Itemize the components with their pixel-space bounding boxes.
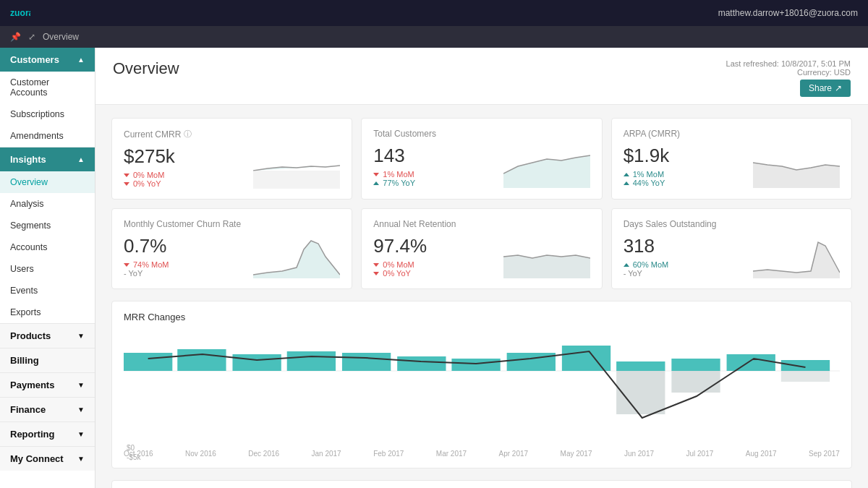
card-title-retention: Annual Net Retention bbox=[373, 219, 590, 229]
svg-rect-16 bbox=[507, 353, 556, 371]
sidebar-finance-header[interactable]: Finance ▼ bbox=[0, 398, 95, 421]
svg-marker-3 bbox=[503, 155, 590, 188]
card-value-churn: 0.7% bbox=[124, 235, 169, 257]
breadcrumb: Overview bbox=[43, 32, 79, 42]
card-title-churn: Monthly Customer Churn Rate bbox=[124, 219, 340, 229]
sidebar-item-exports[interactable]: Exports bbox=[0, 301, 95, 323]
card-left-churn: 0.7% 74% MoM - YoY bbox=[124, 235, 169, 278]
stat-mom-cmrr: 0% MoM bbox=[124, 171, 175, 179]
page-title: Overview bbox=[113, 59, 179, 78]
sidebar-item-customer-accounts[interactable]: Customer Accounts bbox=[0, 72, 95, 103]
share-button[interactable]: Share ↗ bbox=[800, 80, 851, 97]
sidebar-item-overview[interactable]: Overview bbox=[0, 171, 95, 193]
svg-rect-18 bbox=[616, 361, 665, 371]
arrow-down-icon bbox=[373, 272, 379, 275]
metric-cards-grid: Current CMRR ⓘ $275k 0% MoM bbox=[111, 118, 852, 289]
svg-marker-4 bbox=[753, 163, 840, 188]
sidebar-billing-header[interactable]: Billing bbox=[0, 348, 95, 372]
user-email: matthew.darrow+18016@zuora.com bbox=[718, 8, 858, 18]
content-area: Current CMRR ⓘ $275k 0% MoM bbox=[95, 105, 868, 488]
card-title-dso: Days Sales Outstanding bbox=[624, 219, 840, 229]
stat-yoy-retention: 0% YoY bbox=[373, 269, 427, 278]
sidebar-item-users[interactable]: Users bbox=[0, 258, 95, 280]
stat-mom-customers: 1% MoM bbox=[373, 170, 415, 179]
main-content: Overview Last refreshed: 10/8/2017, 5:01… bbox=[95, 48, 868, 488]
card-body-churn: 0.7% 74% MoM - YoY bbox=[124, 235, 340, 278]
card-stats-cmrr: 0% MoM 0% YoY bbox=[124, 171, 175, 188]
expand-icon[interactable]: ⤢ bbox=[28, 32, 35, 42]
share-icon: ↗ bbox=[835, 83, 842, 93]
products-arrow-icon: ▼ bbox=[77, 332, 85, 340]
sidebar-insights-header[interactable]: Insights ▲ bbox=[0, 147, 95, 171]
sparkline-arpa bbox=[753, 145, 840, 188]
card-stats-churn: 74% MoM - YoY bbox=[124, 260, 169, 278]
sidebar-item-subscriptions[interactable]: Subscriptions bbox=[0, 103, 95, 125]
card-value-arpa: $1.9k bbox=[624, 145, 670, 167]
sidebar-item-accounts[interactable]: Accounts bbox=[0, 236, 95, 258]
currency-label: Currency: USD bbox=[726, 68, 851, 77]
pin-icon[interactable]: 📌 bbox=[10, 32, 21, 42]
sidebar-item-amendments[interactable]: Amendments bbox=[0, 125, 95, 147]
mrr-y-label: $0 bbox=[127, 444, 135, 452]
info-icon-cmrr[interactable]: ⓘ bbox=[184, 129, 192, 140]
arrow-down-icon bbox=[124, 174, 129, 177]
svg-rect-12 bbox=[287, 351, 336, 371]
card-left-cmrr: $275k 0% MoM 0% YoY bbox=[124, 145, 175, 188]
arrow-down-icon bbox=[124, 263, 129, 267]
svg-rect-11 bbox=[232, 354, 281, 371]
sidebar-myconnect-header[interactable]: My Connect ▼ bbox=[0, 447, 95, 471]
finance-arrow-icon: ▼ bbox=[77, 406, 85, 414]
card-current-cmrr: Current CMRR ⓘ $275k 0% MoM bbox=[111, 118, 352, 200]
logo-area: zuora bbox=[10, 3, 30, 23]
card-left-dso: 318 60% MoM - YoY bbox=[624, 235, 669, 278]
card-value-cmrr: $275k bbox=[124, 145, 175, 168]
mrr-chart-title: MRR Changes bbox=[124, 312, 840, 322]
svg-rect-17 bbox=[562, 346, 610, 371]
svg-rect-20 bbox=[727, 354, 775, 371]
sidebar-products-header[interactable]: Products ▼ bbox=[0, 324, 95, 348]
sparkline-dso bbox=[753, 235, 840, 278]
stat-mom-arpa: 1% MoM bbox=[624, 170, 670, 179]
sub-topbar: 📌 ⤢ Overview bbox=[0, 26, 868, 48]
arrow-down-icon bbox=[373, 263, 379, 267]
card-body-arpa: $1.9k 1% MoM 44% YoY bbox=[624, 145, 840, 188]
card-days-sales: Days Sales Outstanding 318 60% MoM bbox=[611, 208, 852, 289]
svg-rect-22 bbox=[616, 371, 665, 414]
stat-mom-retention: 0% MoM bbox=[373, 260, 427, 269]
sparkline-churn bbox=[253, 235, 340, 278]
sidebar-item-analysis[interactable]: Analysis bbox=[0, 193, 95, 215]
card-left-arpa: $1.9k 1% MoM 44% YoY bbox=[624, 145, 670, 187]
sidebar-payments-header[interactable]: Payments ▼ bbox=[0, 373, 95, 397]
sidebar-customers-header[interactable]: Customers ▲ bbox=[0, 48, 95, 72]
svg-rect-23 bbox=[671, 371, 720, 393]
mrr-chart-card: MRR Changes bbox=[111, 301, 852, 468]
card-body-customers: 143 1% MoM 77% YoY bbox=[373, 145, 590, 188]
card-stats-retention: 0% MoM 0% YoY bbox=[373, 260, 427, 278]
card-value-dso: 318 bbox=[624, 235, 669, 257]
last-refreshed: Last refreshed: 10/8/2017, 5:01 PM bbox=[726, 59, 851, 68]
arrow-down-icon bbox=[124, 182, 129, 186]
sidebar-item-segments[interactable]: Segments bbox=[0, 215, 95, 236]
stat-yoy-arpa: 44% YoY bbox=[624, 179, 670, 187]
svg-rect-10 bbox=[177, 349, 226, 371]
stat-yoy-cmrr: 0% YoY bbox=[124, 179, 175, 188]
card-left-retention: 97.4% 0% MoM 0% YoY bbox=[373, 235, 427, 278]
header-right: Last refreshed: 10/8/2017, 5:01 PM Curre… bbox=[726, 59, 851, 97]
card-title-customers: Total Customers bbox=[373, 129, 590, 139]
card-stats-customers: 1% MoM 77% YoY bbox=[373, 170, 415, 187]
card-arpa: ARPA (CMRR) $1.9k 1% MoM bbox=[611, 118, 852, 200]
sidebar-item-events[interactable]: Events bbox=[0, 280, 95, 301]
svg-rect-15 bbox=[451, 359, 500, 371]
card-title-cmrr: Current CMRR ⓘ bbox=[124, 129, 340, 140]
reporting-arrow-icon: ▼ bbox=[77, 430, 85, 438]
sidebar-reporting-header[interactable]: Reporting ▼ bbox=[0, 422, 95, 446]
sparkline-retention bbox=[503, 235, 590, 278]
card-total-customers: Total Customers 143 1% MoM bbox=[361, 118, 602, 200]
card-net-retention: Annual Net Retention 97.4% 0% MoM bbox=[361, 208, 602, 289]
card-title-arpa: ARPA (CMRR) bbox=[624, 129, 840, 139]
topbar: zuora matthew.darrow+18016@zuora.com bbox=[0, 0, 868, 26]
svg-rect-19 bbox=[671, 359, 720, 371]
card-body-retention: 97.4% 0% MoM 0% YoY bbox=[373, 235, 590, 278]
svg-text:zuora: zuora bbox=[10, 8, 30, 18]
stat-yoy-dso: - YoY bbox=[624, 269, 669, 278]
